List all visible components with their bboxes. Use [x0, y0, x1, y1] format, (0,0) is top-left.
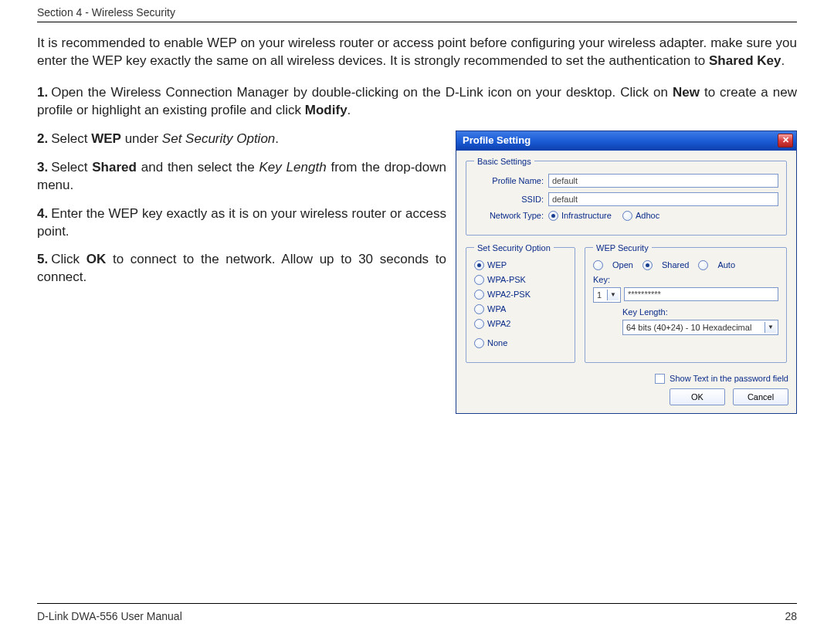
step-text: Open the Wireless Connection Manager by … [51, 85, 673, 100]
key-length-value: 64 bits (40+24) - 10 Hexadecimal [626, 323, 751, 332]
radio-wpa2[interactable] [474, 319, 484, 329]
step-num: 1. [37, 85, 48, 100]
key-length-select[interactable]: 64 bits (40+24) - 10 Hexadecimal ▼ [622, 320, 778, 335]
intro-paragraph: It is recommended to enable WEP on your … [37, 35, 797, 70]
step-num: 5. [37, 252, 48, 266]
network-type-label: Network Type: [474, 211, 544, 220]
radio-label: Shared [662, 260, 689, 269]
radio-label: Auto [717, 260, 735, 269]
radio-auto[interactable] [698, 260, 708, 270]
radio-wpa-psk[interactable] [474, 275, 484, 285]
step-text: . [275, 131, 279, 146]
step-text: and then select the [137, 160, 259, 175]
profile-setting-dialog: Profile Setting ✕ Basic Settings Profile… [456, 130, 797, 414]
step-bold: WEP [91, 131, 121, 146]
radio-label: Open [612, 260, 633, 269]
chevron-down-icon: ▼ [607, 290, 619, 300]
dialog-body: Basic Settings Profile Name: SSID: Netwo… [456, 151, 796, 413]
close-icon[interactable]: ✕ [778, 134, 793, 147]
step-text: under [121, 131, 162, 146]
show-text-row: Show Text in the password field [464, 374, 788, 384]
radio-wpa2-psk[interactable] [474, 290, 484, 300]
step-1: 1.Open the Wireless Connection Manager b… [37, 84, 797, 120]
key-index-select[interactable]: 1 ▼ [593, 287, 621, 303]
page-footer: D-Link DWA-556 User Manual 28 [37, 603, 797, 622]
step-num: 3. [37, 160, 48, 175]
step-bold: Modify [305, 103, 348, 117]
radio-infrastructure[interactable] [548, 211, 558, 221]
radio-label: None [487, 338, 507, 347]
button-label: Cancel [748, 392, 774, 402]
steps-list: 1.Open the Wireless Connection Manager b… [37, 84, 797, 120]
network-type-radios: Infrastructure Adhoc [548, 211, 659, 221]
page-header: Section 4 - Wireless Security [37, 6, 797, 22]
wep-security-fieldset: WEP Security Open Shared Auto Key: 1 ▼ [585, 243, 787, 363]
step-text: Click [51, 252, 86, 266]
step-text: . [348, 103, 351, 117]
intro-after: . [781, 53, 785, 68]
radio-label: Infrastructure [561, 211, 612, 220]
radio-wpa[interactable] [474, 304, 484, 314]
step-italic: Set Security Option [162, 131, 275, 146]
radio-label: Adhoc [636, 211, 659, 220]
show-text-label: Show Text in the password field [670, 374, 788, 383]
chevron-down-icon: ▼ [764, 322, 776, 333]
step-5: 5.Click OK to connect to the network. Al… [37, 251, 446, 286]
profile-name-label: Profile Name: [474, 176, 544, 185]
security-option-legend: Set Security Option [474, 243, 554, 253]
step-num: 4. [37, 206, 48, 221]
step-2: 2.Select WEP under Set Security Option. [37, 130, 446, 148]
footer-left: D-Link DWA-556 User Manual [37, 610, 182, 622]
intro-bold: Shared Key [709, 53, 781, 68]
radio-adhoc[interactable] [622, 211, 632, 221]
button-label: OK [691, 392, 703, 402]
key-index-value: 1 [597, 290, 602, 300]
radio-label: WPA [487, 304, 506, 314]
step-bold: New [673, 85, 700, 100]
key-length-label: Key Length: [622, 307, 778, 317]
step-italic: Key Length [259, 160, 326, 175]
dialog-titlebar[interactable]: Profile Setting ✕ [456, 131, 796, 151]
profile-name-input[interactable] [548, 174, 778, 188]
ssid-input[interactable] [548, 192, 778, 206]
steps-left: 2.Select WEP under Set Security Option. … [37, 130, 446, 287]
radio-wep[interactable] [474, 260, 484, 270]
wep-security-legend: WEP Security [593, 243, 652, 253]
dialog-title: Profile Setting [463, 134, 531, 146]
radio-shared[interactable] [642, 260, 653, 270]
basic-settings-legend: Basic Settings [474, 157, 534, 166]
step-num: 2. [37, 131, 48, 146]
radio-none[interactable] [474, 338, 484, 348]
step-4: 4.Enter the WEP key exactly as it is on … [37, 205, 446, 241]
step-bold: OK [86, 252, 107, 266]
security-option-fieldset: Set Security Option WEP WPA-PSK WPA2-PSK… [466, 243, 575, 363]
radio-label: WPA-PSK [487, 275, 526, 284]
radio-open[interactable] [593, 260, 603, 270]
ok-button[interactable]: OK [670, 388, 725, 405]
intro-text: It is recommended to enable WEP on your … [37, 36, 797, 68]
ssid-label: SSID: [474, 195, 544, 204]
key-label: Key: [593, 275, 778, 284]
section-title: Section 4 - Wireless Security [37, 6, 175, 19]
step-bold: Shared [92, 160, 137, 175]
radio-label: WPA2 [487, 319, 510, 328]
radio-label: WPA2-PSK [487, 290, 531, 299]
step-text: Select [51, 160, 92, 175]
page-number: 28 [785, 610, 797, 622]
wep-key-input[interactable] [624, 287, 778, 301]
radio-label: WEP [487, 260, 507, 269]
step-text: Select [51, 131, 91, 146]
basic-settings-fieldset: Basic Settings Profile Name: SSID: Netwo… [466, 157, 787, 236]
step-text: Enter the WEP key exactly as it is on yo… [37, 206, 446, 239]
show-text-checkbox[interactable] [655, 374, 665, 384]
step-3: 3.Select Shared and then select the Key … [37, 159, 446, 195]
cancel-button[interactable]: Cancel [733, 388, 788, 405]
